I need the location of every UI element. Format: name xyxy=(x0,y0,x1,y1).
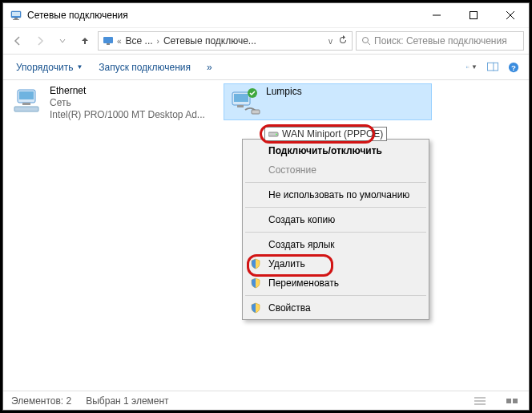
titlebar: Сетевые подключения xyxy=(3,3,529,28)
launch-connection-button[interactable]: Запуск подключения xyxy=(92,59,197,76)
shield-icon xyxy=(249,277,262,290)
selected-count: Выбран 1 элемент xyxy=(86,395,168,407)
search-icon xyxy=(361,36,371,46)
shield-icon xyxy=(249,257,262,270)
modem-icon xyxy=(268,130,280,138)
svg-rect-5 xyxy=(470,12,478,19)
up-button[interactable] xyxy=(75,31,95,51)
svg-point-10 xyxy=(363,38,369,43)
minimize-button[interactable] xyxy=(418,3,455,27)
toolbar: Упорядочить▼ Запуск подключения » ▼ ? xyxy=(3,55,529,80)
connection-name: Ethernet xyxy=(50,85,205,97)
svg-text:?: ? xyxy=(511,63,516,71)
close-button[interactable] xyxy=(492,3,529,27)
ethernet-icon xyxy=(10,85,48,117)
menu-separator xyxy=(245,232,426,233)
svg-rect-28 xyxy=(252,110,260,114)
menu-separator xyxy=(245,295,426,296)
svg-rect-22 xyxy=(22,103,30,105)
menu-rename[interactable]: Переименовать xyxy=(244,273,427,293)
menu-delete[interactable]: Удалить xyxy=(244,254,427,273)
svg-rect-13 xyxy=(466,67,467,68)
connection-lumpics[interactable]: Lumpics xyxy=(224,83,432,120)
svg-point-30 xyxy=(276,134,277,136)
svg-rect-12 xyxy=(466,66,467,67)
svg-rect-25 xyxy=(234,94,248,102)
maximize-button[interactable] xyxy=(455,3,492,27)
history-dropdown[interactable] xyxy=(53,31,72,51)
connection-ethernet[interactable]: Ethernet Сеть Intel(R) PRO/1000 MT Deskt… xyxy=(8,83,216,123)
svg-rect-21 xyxy=(19,91,34,99)
chevron-icon: › xyxy=(157,37,159,46)
network-icon xyxy=(10,9,22,22)
back-button[interactable] xyxy=(8,31,27,51)
breadcrumb-item[interactable]: Сетевые подключе... xyxy=(163,35,256,47)
item-count: Элементов: 2 xyxy=(11,395,71,407)
help-button[interactable]: ? xyxy=(505,59,522,76)
dropdown-icon[interactable]: v xyxy=(328,37,332,46)
menu-create-shortcut[interactable]: Создать ярлык xyxy=(244,235,427,254)
context-menu: Подключить/отключить Состояние Не исполь… xyxy=(242,139,429,320)
svg-rect-1 xyxy=(12,12,20,16)
menu-not-default[interactable]: Не использовать по умолчанию xyxy=(244,185,427,204)
shield-icon xyxy=(249,302,262,314)
svg-rect-16 xyxy=(487,63,498,71)
svg-line-11 xyxy=(368,43,370,45)
svg-rect-8 xyxy=(103,37,113,43)
addressbar: « Все ... › Сетевые подключе... v Поиск:… xyxy=(3,28,529,55)
search-placeholder: Поиск: Сетевые подключения xyxy=(374,35,507,47)
view-button[interactable]: ▼ xyxy=(463,59,481,76)
svg-rect-9 xyxy=(107,43,110,45)
toolbar-overflow[interactable]: » xyxy=(200,59,219,76)
menu-status: Состояние xyxy=(244,160,427,180)
connection-adapter: Intel(R) PRO/1000 MT Desktop Ad... xyxy=(50,109,205,121)
connection-status: Сеть xyxy=(50,97,205,109)
chevron-icon: « xyxy=(117,37,122,46)
menu-properties[interactable]: Свойства xyxy=(244,298,427,318)
refresh-icon[interactable] xyxy=(337,34,349,48)
menu-create-copy[interactable]: Создать копию xyxy=(244,210,427,229)
dialup-icon xyxy=(226,86,264,118)
organize-button[interactable]: Упорядочить▼ xyxy=(10,59,89,76)
breadcrumb-item[interactable]: Все ... xyxy=(126,35,153,47)
forward-button[interactable] xyxy=(30,31,50,51)
connection-name: Lumpics xyxy=(266,86,302,98)
svg-rect-3 xyxy=(13,19,19,20)
network-icon xyxy=(102,34,115,47)
statusbar: Элементов: 2 Выбран 1 элемент xyxy=(3,391,529,410)
svg-rect-27 xyxy=(237,105,244,107)
svg-rect-2 xyxy=(14,18,18,19)
window-title: Сетевые подключения xyxy=(27,10,418,21)
menu-connect[interactable]: Подключить/отключить xyxy=(244,141,427,160)
svg-rect-23 xyxy=(14,107,38,111)
window-controls xyxy=(418,3,529,27)
explorer-window: Сетевые подключения « Все ... › Сетевые … xyxy=(2,2,530,411)
address-field[interactable]: « Все ... › Сетевые подключе... v xyxy=(98,31,353,51)
details-view-icon[interactable] xyxy=(471,392,489,410)
menu-separator xyxy=(245,182,426,183)
preview-pane-button[interactable] xyxy=(484,59,502,76)
search-input[interactable]: Поиск: Сетевые подключения xyxy=(356,31,524,51)
menu-separator xyxy=(245,207,426,208)
adapter-tooltip: WAN Miniport (PPPOE) xyxy=(264,127,387,141)
large-icons-view-icon[interactable] xyxy=(503,392,521,410)
